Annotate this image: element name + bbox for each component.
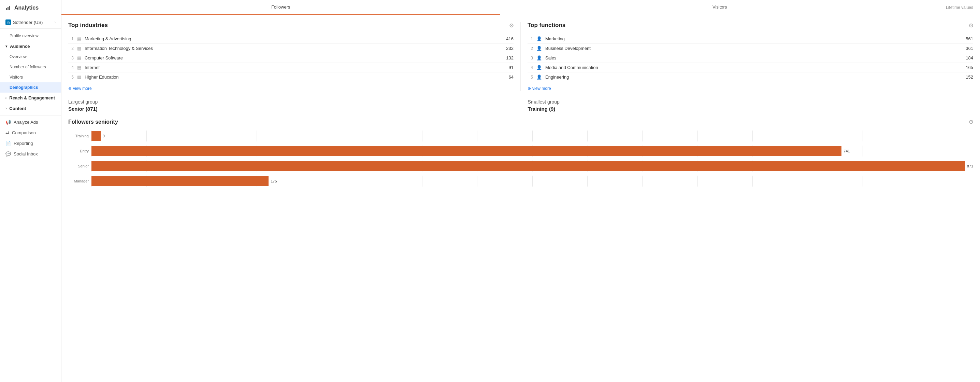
- sidebar-item-social-inbox[interactable]: 💬 Social Inbox: [0, 149, 61, 159]
- function-label: Marketing: [545, 36, 962, 42]
- function-label: Business Development: [545, 46, 962, 51]
- bar-label: Manager: [68, 179, 89, 183]
- industry-label: Computer Software: [84, 55, 503, 61]
- largest-group-label: Largest group: [68, 99, 514, 105]
- industry-value: 416: [506, 36, 514, 42]
- divider: [0, 115, 61, 115]
- industry-label: Internet: [84, 65, 505, 70]
- rank-number: 3: [68, 56, 74, 61]
- seniority-chart-title: Followers seniority ⊙: [68, 118, 973, 125]
- top-industries-title: Top industries ⊙: [68, 22, 514, 29]
- bar-grid: [91, 131, 973, 141]
- sidebar-label: Demographics: [10, 85, 38, 90]
- svg-rect-1: [8, 7, 8, 10]
- bar-value: 9: [103, 134, 105, 138]
- bar-label: Senior: [68, 164, 89, 168]
- sidebar-item-reach-engagement[interactable]: › Reach & Engagement: [0, 93, 61, 103]
- largest-group: Largest group Senior (871): [68, 99, 521, 112]
- sidebar-label: Profile overview: [10, 34, 38, 38]
- function-value: 152: [966, 75, 973, 80]
- sidebar-item-analyze-ads[interactable]: 📢 Analyze Ads: [0, 117, 61, 128]
- industry-icon: ▦: [77, 75, 81, 80]
- function-label: Engineering: [545, 75, 962, 80]
- function-row-4: 4 👤 Media and Communication 165: [528, 63, 973, 72]
- account-selector[interactable]: in Sotrender (US) ›: [0, 16, 61, 29]
- bar-container: 9: [91, 131, 973, 141]
- function-row-2: 2 👤 Business Development 361: [528, 44, 973, 53]
- seniority-bar-chart: Training9Entry741Senior871Manager175: [68, 131, 973, 187]
- industry-row-3: 3 ▦ Computer Software 132: [68, 53, 514, 63]
- tab-followers[interactable]: Followers: [61, 0, 500, 15]
- industry-label: Higher Education: [84, 75, 505, 80]
- bar-label: Training: [68, 134, 89, 138]
- sidebar-label: Reporting: [14, 141, 33, 146]
- rank-number: 1: [528, 37, 533, 42]
- sidebar-item-audience[interactable]: ▾ Audience: [0, 41, 61, 51]
- content-area: Top industries ⊙ 1 ▦ Marketing & Adverti…: [61, 15, 980, 382]
- sidebar-label: Social Inbox: [14, 151, 38, 157]
- download-icon[interactable]: ⊙: [509, 22, 514, 29]
- chevron-down-icon: ▾: [5, 45, 7, 48]
- bar-row: Senior871: [68, 161, 973, 171]
- sidebar-item-reporting[interactable]: 📄 Reporting: [0, 138, 61, 149]
- top-industries-section: Top industries ⊙ 1 ▦ Marketing & Adverti…: [68, 22, 521, 91]
- bar-value: 871: [967, 164, 973, 168]
- bar-fill: [91, 146, 842, 156]
- svg-rect-0: [6, 8, 7, 10]
- sidebar-label: Comparison: [12, 130, 36, 135]
- sidebar: Analytics in Sotrender (US) › Profile ov…: [0, 0, 61, 382]
- svg-rect-2: [9, 6, 10, 10]
- ads-icon: 📢: [5, 120, 11, 125]
- industries-view-more[interactable]: ⊕ view more: [68, 86, 514, 91]
- industry-row-5: 5 ▦ Higher Education 64: [68, 72, 514, 82]
- tab-visitors[interactable]: Visitors: [500, 0, 939, 15]
- top-functions-section: Top functions ⊙ 1 👤 Marketing 561 2 👤 Bu…: [521, 22, 973, 91]
- rank-number: 3: [528, 56, 533, 61]
- person-icon: 👤: [536, 55, 542, 61]
- circle-plus-icon: ⊕: [68, 86, 72, 91]
- sidebar-item-overview[interactable]: Overview: [0, 51, 61, 62]
- app-header: Analytics: [0, 0, 61, 16]
- industry-value: 91: [509, 65, 514, 70]
- bar-row: Manager175: [68, 176, 973, 187]
- reporting-icon: 📄: [5, 141, 11, 146]
- largest-group-value: Senior (871): [68, 106, 514, 112]
- industry-icon: ▦: [77, 55, 81, 61]
- sidebar-item-demographics[interactable]: Demographics: [0, 82, 61, 93]
- industry-icon: ▦: [77, 36, 81, 42]
- function-value: 561: [966, 36, 973, 42]
- account-name: Sotrender (US): [13, 20, 43, 25]
- rank-number: 4: [528, 65, 533, 70]
- download-icon[interactable]: ⊙: [969, 118, 973, 125]
- top-section: Top industries ⊙ 1 ▦ Marketing & Adverti…: [68, 22, 973, 91]
- industry-row-1: 1 ▦ Marketing & Advertising 416: [68, 34, 514, 44]
- sidebar-label: Overview: [10, 54, 27, 59]
- chart-icon: [5, 5, 11, 11]
- sidebar-nav: Profile overview ▾ Audience Overview Num…: [0, 29, 61, 161]
- functions-view-more[interactable]: ⊕ view more: [528, 86, 973, 91]
- industry-label: Marketing & Advertising: [84, 36, 503, 42]
- tab-label: Followers: [271, 5, 290, 10]
- sidebar-label: Reach & Engagement: [9, 95, 55, 101]
- industry-row-4: 4 ▦ Internet 91: [68, 63, 514, 72]
- bar-fill: [91, 161, 965, 171]
- top-functions-title: Top functions ⊙: [528, 22, 973, 29]
- sidebar-item-visitors[interactable]: Visitors: [0, 72, 61, 82]
- comparison-icon: ⇄: [5, 130, 9, 135]
- sidebar-item-comparison[interactable]: ⇄ Comparison: [0, 128, 61, 138]
- bar-container: 741: [91, 145, 973, 157]
- industries-table: 1 ▦ Marketing & Advertising 416 2 ▦ Info…: [68, 34, 514, 82]
- industry-row-2: 2 ▦ Information Technology & Services 23…: [68, 44, 514, 53]
- chevron-right-icon: ›: [54, 20, 56, 24]
- sidebar-item-content[interactable]: › Content: [0, 103, 61, 114]
- person-icon: 👤: [536, 36, 542, 42]
- main-content: Followers Visitors Lifetime values Top i…: [61, 0, 980, 382]
- sidebar-item-profile-overview[interactable]: Profile overview: [0, 31, 61, 41]
- bar-label: Entry: [68, 149, 89, 153]
- download-icon[interactable]: ⊙: [969, 22, 973, 29]
- rank-number: 5: [528, 75, 533, 80]
- industry-icon: ▦: [77, 65, 81, 70]
- bar-container: 871: [91, 161, 973, 171]
- bar-container: 175: [91, 176, 973, 187]
- sidebar-item-number-of-followers[interactable]: Number of followers: [0, 62, 61, 72]
